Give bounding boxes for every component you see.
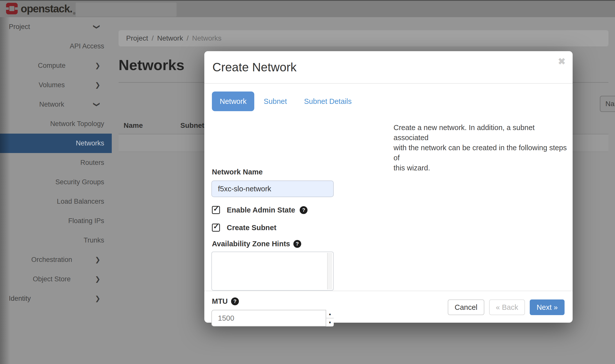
stepper-down-icon[interactable]: ▼ [326, 318, 334, 326]
help-icon[interactable]: ? [300, 206, 308, 214]
top-navbar: openstack.® [0, 0, 615, 17]
help-icon[interactable]: ? [293, 240, 301, 248]
screen: openstack.® Project ❯ API Access Compute… [0, 0, 615, 364]
availability-zone-hints-listbox[interactable] [211, 252, 334, 291]
sidebar-item-security-groups[interactable]: Security Groups [0, 172, 112, 192]
network-name-label: Network Name [212, 168, 263, 176]
tab-network[interactable]: Network [212, 92, 254, 111]
chevron-right-icon: ❯ [95, 250, 100, 269]
table-header-subnets[interactable]: Subnets [180, 122, 208, 130]
create-subnet-checkbox[interactable]: ✓ [212, 224, 220, 232]
sidebar-item-trunks[interactable]: Trunks [0, 231, 112, 250]
breadcrumb: Project / Network / Networks [119, 30, 608, 46]
sidebar-item-object-store[interactable]: Object Store ❯ [0, 269, 112, 289]
breadcrumb-project[interactable]: Project [126, 34, 148, 42]
filter-dropdown[interactable]: Name [600, 96, 615, 112]
availability-zone-hints-row: Availability Zone Hints ? [212, 240, 301, 248]
scrollbar-track[interactable] [327, 253, 332, 289]
create-subnet-label: Create Subnet [227, 224, 276, 232]
close-icon[interactable]: ✖ [558, 56, 566, 67]
create-subnet-row: ✓ Create Subnet [212, 223, 276, 232]
chevron-down-icon: ❯ [87, 24, 107, 30]
network-name-input[interactable] [211, 180, 334, 197]
availability-zone-hints-label: Availability Zone Hints [212, 240, 290, 248]
create-network-modal: Create Network ✖ Network Subnet Subnet D… [204, 51, 573, 323]
sidebar-item-network-topology[interactable]: Network Topology [0, 114, 112, 134]
chevron-right-icon: ❯ [95, 269, 100, 289]
enable-admin-state-label: Enable Admin State [227, 206, 295, 214]
tab-subnet[interactable]: Subnet [256, 92, 295, 111]
openstack-logo-icon[interactable] [6, 3, 18, 14]
checkmark-icon: ✓ [213, 205, 219, 213]
registered-trademark: ® [73, 12, 75, 15]
breadcrumb-networks: Networks [192, 34, 221, 42]
sidebar-item-project[interactable]: Project ❯ [0, 17, 112, 37]
topbar-context-box[interactable] [76, 3, 177, 17]
modal-footer-divider [204, 291, 573, 291]
mtu-stepper: ▲ ▼ [326, 310, 334, 326]
mtu-row: MTU ? [212, 297, 239, 306]
mtu-input[interactable] [211, 310, 334, 326]
chevron-right-icon: ❯ [95, 289, 100, 308]
chevron-right-icon: ❯ [95, 56, 100, 75]
enable-admin-state-row: ✓ Enable Admin State ? [212, 205, 308, 215]
enable-admin-state-checkbox[interactable]: ✓ [212, 206, 220, 214]
mtu-label: MTU [212, 297, 228, 306]
topbar-top-strip [0, 0, 615, 1]
back-button[interactable]: « Back [489, 299, 525, 315]
chevron-right-icon: ❯ [95, 75, 100, 95]
sidebar-item-orchestration[interactable]: Orchestration ❯ [0, 250, 112, 269]
chevron-down-icon: ❯ [87, 102, 107, 107]
sidebar-item-identity[interactable]: Identity ❯ [0, 289, 112, 308]
brand-wordmark[interactable]: openstack.® [21, 0, 75, 17]
breadcrumb-network[interactable]: Network [157, 34, 183, 42]
tab-subnet-details[interactable]: Subnet Details [296, 92, 359, 111]
next-button[interactable]: Next » [530, 299, 565, 315]
sidebar-item-api-access[interactable]: API Access [0, 37, 112, 56]
sidebar-item-floating-ips[interactable]: Floating IPs [0, 211, 112, 231]
sidebar-item-networks[interactable]: Networks [0, 134, 112, 153]
page-title: Networks [119, 56, 184, 73]
stepper-up-icon[interactable]: ▲ [326, 310, 334, 318]
table-header-name[interactable]: Name [124, 122, 143, 130]
sidebar-item-load-balancers[interactable]: Load Balancers [0, 192, 112, 211]
checkmark-icon: ✓ [213, 222, 219, 231]
wizard-help-text: Create a new network. In addition, a sub… [394, 123, 570, 173]
wizard-tabs: Network Subnet Subnet Details [212, 92, 359, 111]
sidebar: Project ❯ API Access Compute ❯ Volumes ❯… [0, 17, 112, 364]
sidebar-item-volumes[interactable]: Volumes ❯ [0, 75, 112, 95]
help-icon[interactable]: ? [231, 297, 239, 305]
modal-header-divider [204, 83, 573, 84]
cancel-button[interactable]: Cancel [448, 299, 484, 315]
sidebar-item-routers[interactable]: Routers [0, 153, 112, 172]
sidebar-item-network[interactable]: Network ❯ [0, 95, 112, 114]
modal-footer-buttons: Cancel « Back Next » [448, 299, 565, 315]
sidebar-item-compute[interactable]: Compute ❯ [0, 56, 112, 75]
modal-title: Create Network [212, 60, 296, 74]
